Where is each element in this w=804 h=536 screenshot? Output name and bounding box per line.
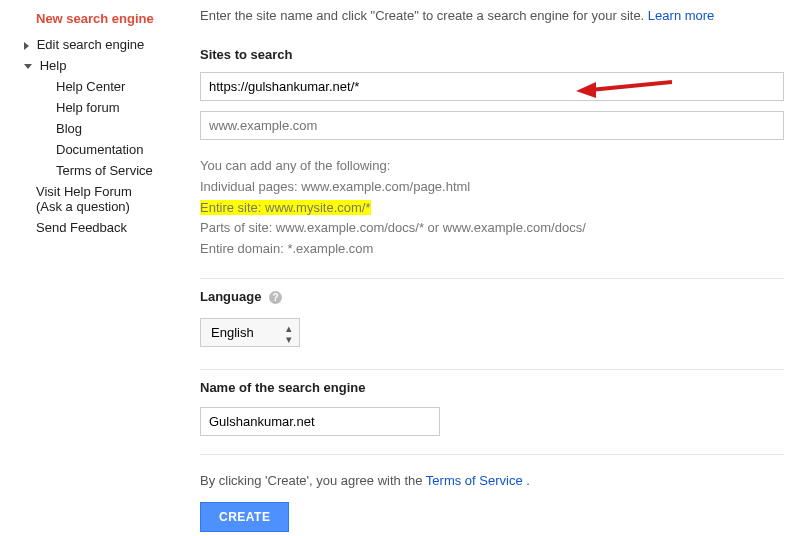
agree-post: . xyxy=(526,473,530,488)
language-label-row: Language ? xyxy=(200,278,784,304)
nav-documentation[interactable]: Documentation xyxy=(20,139,190,160)
main-content: Enter the site name and click "Create" t… xyxy=(190,0,804,536)
nav-send-feedback[interactable]: Send Feedback xyxy=(20,217,190,238)
help-parts-label: Parts of site: xyxy=(200,220,272,235)
nav-visit-help-forum[interactable]: Visit Help Forum (Ask a question) xyxy=(20,181,190,217)
sites-help-text: You can add any of the following: Indivi… xyxy=(200,156,784,260)
agree-text: By clicking 'Create', you agree with the… xyxy=(200,454,784,488)
visit-forum-line2: (Ask a question) xyxy=(36,199,130,214)
nav-help[interactable]: Help xyxy=(20,55,190,76)
agree-pre: By clicking 'Create', you agree with the xyxy=(200,473,426,488)
help-entire-site-val: www.mysite.com/* xyxy=(261,200,370,215)
intro-body: Enter the site name and click "Create" t… xyxy=(200,8,648,23)
nav-help-forum[interactable]: Help forum xyxy=(20,97,190,118)
help-parts-val: www.example.com/docs/* or www.example.co… xyxy=(272,220,586,235)
nav-blog[interactable]: Blog xyxy=(20,118,190,139)
visit-forum-line1: Visit Help Forum xyxy=(36,184,132,199)
name-label: Name of the search engine xyxy=(200,369,784,395)
help-entire-site: Entire site: www.mysite.com/* xyxy=(200,200,371,215)
nav-help-center[interactable]: Help Center xyxy=(20,76,190,97)
help-domain-label: Entire domain: xyxy=(200,241,284,256)
nav-edit-search-engine[interactable]: Edit search engine xyxy=(20,34,190,55)
help-entire-site-label: Entire site: xyxy=(200,200,261,215)
site-input[interactable] xyxy=(200,72,784,101)
nav-help-label: Help xyxy=(40,58,67,73)
learn-more-link[interactable]: Learn more xyxy=(648,8,714,23)
help-individual-label: Individual pages: xyxy=(200,179,298,194)
engine-name-input[interactable] xyxy=(200,407,440,436)
select-caret-icon: ▴▾ xyxy=(286,323,292,345)
chevron-right-icon xyxy=(24,42,29,50)
terms-of-service-link[interactable]: Terms of Service xyxy=(426,473,523,488)
help-domain-val: *.example.com xyxy=(284,241,374,256)
sidebar: New search engine Edit search engine Hel… xyxy=(0,0,190,536)
help-icon[interactable]: ? xyxy=(269,291,282,304)
nav-new-search-engine[interactable]: New search engine xyxy=(20,8,190,34)
language-label: Language xyxy=(200,289,261,304)
site-placeholder-input[interactable] xyxy=(200,111,784,140)
nav-edit-label: Edit search engine xyxy=(37,37,145,52)
help-individual-val: www.example.com/page.html xyxy=(298,179,471,194)
nav-terms-of-service[interactable]: Terms of Service xyxy=(20,160,190,181)
language-select[interactable]: English ▴▾ xyxy=(200,318,300,347)
language-select-button[interactable]: English xyxy=(200,318,300,347)
intro-text: Enter the site name and click "Create" t… xyxy=(200,8,784,23)
create-button[interactable]: CREATE xyxy=(200,502,289,532)
help-intro: You can add any of the following: xyxy=(200,156,784,177)
sites-to-search-label: Sites to search xyxy=(200,47,784,62)
chevron-down-icon xyxy=(24,64,32,69)
